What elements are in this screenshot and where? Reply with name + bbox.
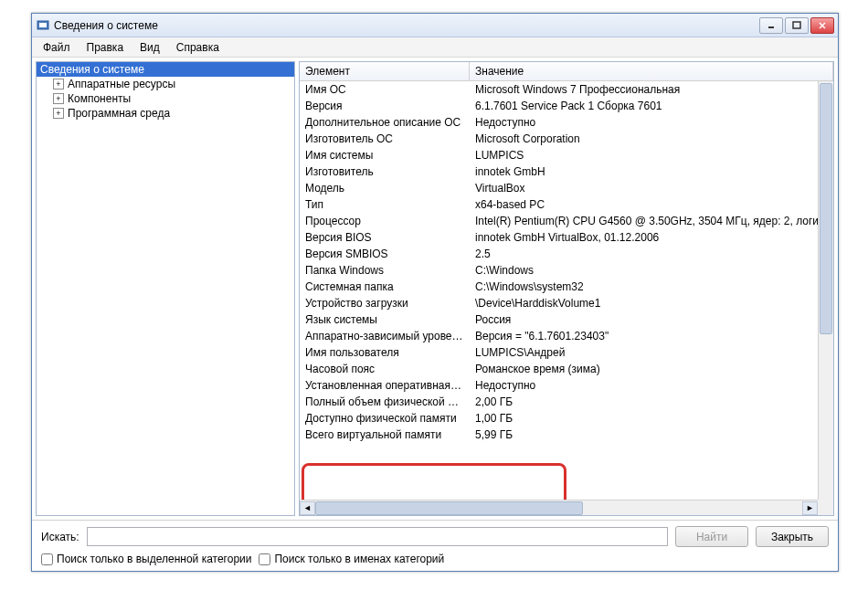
cell-key: Папка Windows (300, 263, 470, 278)
expand-icon[interactable]: + (53, 79, 64, 90)
cell-value: C:\Windows\system32 (470, 279, 833, 294)
scrollbar-thumb[interactable] (315, 501, 583, 515)
cell-key: Версия (300, 99, 470, 113)
horizontal-scrollbar[interactable]: ◄ ► (300, 500, 818, 515)
cell-value: \Device\HarddiskVolume1 (470, 296, 833, 311)
cell-key: Тип (300, 197, 470, 212)
content-area: Сведения о системе + Аппаратные ресурсы … (32, 58, 838, 520)
tree-item-hardware[interactable]: + Аппаратные ресурсы (37, 77, 294, 91)
checkbox-label: Поиск только в выделенной категории (57, 553, 251, 565)
cell-key: Имя пользователя (300, 345, 470, 360)
search-panel: Искать: Найти Закрыть Поиск только в выд… (32, 520, 838, 571)
search-category-only-check[interactable]: Поиск только в выделенной категории (41, 553, 251, 565)
table-row[interactable]: Папка WindowsC:\Windows (300, 262, 833, 279)
cell-key: Установленная оперативная п... (300, 378, 470, 393)
category-tree[interactable]: Сведения о системе + Аппаратные ресурсы … (36, 61, 295, 516)
cell-key: Дополнительное описание ОС (300, 115, 470, 130)
table-row[interactable]: Всего виртуальной памяти5,99 ГБ (300, 427, 833, 443)
scroll-corner (818, 500, 833, 515)
cell-key: Устройство загрузки (300, 296, 470, 311)
table-row[interactable]: МодельVirtualBox (300, 180, 833, 196)
table-row[interactable]: Системная папкаC:\Windows\system32 (300, 279, 833, 295)
window-controls (759, 17, 834, 34)
cell-key: Имя ОС (300, 82, 470, 97)
find-button[interactable]: Найти (675, 526, 748, 547)
cell-value: VirtualBox (470, 181, 833, 195)
cell-value: C:\Windows (470, 263, 833, 278)
checkbox[interactable] (259, 553, 270, 565)
svg-rect-3 (793, 22, 800, 28)
table-row[interactable]: Имя системыLUMPICS (300, 147, 833, 163)
cell-value: LUMPICS\Андрей (470, 345, 833, 360)
table-row[interactable]: Версия SMBIOS2.5 (300, 246, 833, 262)
scroll-track[interactable] (315, 501, 802, 515)
cell-value: Microsoft Corporation (470, 132, 833, 146)
cell-key: Аппаратно-зависимый уровен... (300, 329, 470, 343)
menu-edit[interactable]: Правка (79, 39, 132, 56)
window-title: Сведения о системе (54, 19, 759, 32)
tree-item-label: Компоненты (68, 92, 131, 105)
cell-key: Версия SMBIOS (300, 247, 470, 261)
table-row[interactable]: Типx64-based PC (300, 196, 833, 213)
table-row[interactable]: Доступно физической памяти1,00 ГБ (300, 410, 833, 427)
cell-value: Романское время (зима) (470, 362, 833, 376)
table-row[interactable]: Изготовитель ОСMicrosoft Corporation (300, 131, 833, 147)
table-row[interactable]: ПроцессорIntel(R) Pentium(R) CPU G4560 @… (300, 213, 833, 229)
col-element[interactable]: Элемент (300, 62, 470, 80)
checkbox[interactable] (41, 553, 53, 565)
cell-value: Недоступно (470, 378, 833, 393)
cell-key: Изготовитель (300, 164, 470, 179)
tree-item-label: Аппаратные ресурсы (68, 78, 175, 90)
table-row[interactable]: Имя пользователяLUMPICS\Андрей (300, 344, 833, 361)
table-row[interactable]: Аппаратно-зависимый уровен...Версия = "6… (300, 328, 833, 344)
cell-value: innotek GmbH (470, 164, 833, 179)
vertical-scrollbar[interactable] (818, 81, 833, 500)
table-row[interactable]: Язык системыРоссия (300, 311, 833, 328)
app-icon (36, 18, 50, 33)
table-row[interactable]: Изготовительinnotek GmbH (300, 163, 833, 180)
menu-help[interactable]: Справка (169, 39, 227, 56)
details-header: Элемент Значение (300, 62, 833, 81)
close-search-button[interactable]: Закрыть (756, 526, 829, 547)
tree-item-software[interactable]: + Программная среда (37, 106, 294, 121)
col-value[interactable]: Значение (470, 62, 833, 80)
tree-item-label: Программная среда (68, 107, 170, 120)
table-row[interactable]: Устройство загрузки\Device\HarddiskVolum… (300, 295, 833, 311)
tree-root-label: Сведения о системе (40, 63, 144, 76)
maximize-button[interactable] (785, 17, 809, 34)
titlebar[interactable]: Сведения о системе (32, 14, 838, 37)
cell-value: Microsoft Windows 7 Профессиональная (470, 82, 833, 97)
details-body[interactable]: Имя ОСMicrosoft Windows 7 Профессиональн… (300, 81, 833, 515)
cell-value: innotek GmbH VirtualBox, 01.12.2006 (470, 230, 833, 245)
details-panel: Элемент Значение Имя ОСMicrosoft Windows… (299, 61, 834, 516)
cell-value: Недоступно (470, 115, 833, 130)
expand-icon[interactable]: + (53, 93, 64, 104)
system-info-window: Сведения о системе Файл Правка Вид Справ… (31, 13, 839, 572)
tree-item-components[interactable]: + Компоненты (37, 91, 294, 106)
scrollbar-thumb[interactable] (820, 83, 832, 334)
svg-rect-1 (39, 23, 47, 27)
table-row[interactable]: Версия BIOSinnotek GmbH VirtualBox, 01.1… (300, 229, 833, 246)
cell-key: Доступно физической памяти (300, 411, 470, 426)
menu-file[interactable]: Файл (36, 39, 78, 56)
table-row[interactable]: Часовой поясРоманское время (зима) (300, 361, 833, 377)
cell-key: Модель (300, 181, 470, 195)
table-row[interactable]: Имя ОСMicrosoft Windows 7 Профессиональн… (300, 81, 833, 98)
cell-value: 2,00 ГБ (470, 395, 833, 409)
search-names-only-check[interactable]: Поиск только в именах категорий (259, 553, 444, 565)
tree-root[interactable]: Сведения о системе (37, 62, 294, 77)
table-row[interactable]: Полный объем физической па...2,00 ГБ (300, 394, 833, 410)
expand-icon[interactable]: + (53, 108, 64, 119)
scroll-right-icon[interactable]: ► (802, 501, 818, 515)
menu-view[interactable]: Вид (132, 39, 167, 56)
close-button[interactable] (810, 17, 834, 34)
cell-key: Всего виртуальной памяти (300, 427, 470, 442)
search-input[interactable] (87, 527, 668, 546)
cell-value: 1,00 ГБ (470, 411, 833, 426)
table-row[interactable]: Дополнительное описание ОСНедоступно (300, 114, 833, 131)
scroll-left-icon[interactable]: ◄ (300, 501, 315, 515)
cell-key: Имя системы (300, 148, 470, 163)
table-row[interactable]: Установленная оперативная п...Недоступно (300, 377, 833, 394)
table-row[interactable]: Версия6.1.7601 Service Pack 1 Сборка 760… (300, 98, 833, 114)
minimize-button[interactable] (759, 17, 783, 34)
